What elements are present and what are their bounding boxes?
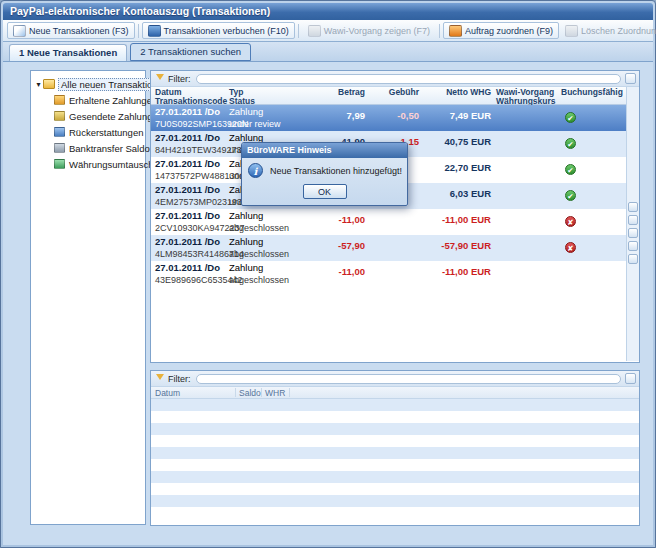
- tab-strip: 1 Neue Transaktionen 2 Transaktionen suc…: [3, 42, 653, 61]
- transaction-row[interactable]: 27.01.2011 /Do43E989696C6535442 Zahlunga…: [151, 261, 626, 287]
- filter-icon: [156, 74, 164, 84]
- transaction-code: 14737572PW488130C: [155, 170, 229, 182]
- transaction-code: 2CV10930KA9472237: [155, 222, 229, 234]
- tree-item-rueckerstattungen[interactable]: Rückerstattungen: [31, 124, 145, 140]
- tree-item-waehrungsumtausch[interactable]: Währungsumtausch: [31, 156, 145, 172]
- show-wawi-process-icon: [308, 25, 321, 37]
- new-transactions-button[interactable]: Neue Transaktionen (F3): [7, 22, 135, 39]
- bookable-status-icon: ✔: [565, 164, 576, 175]
- transaction-code: 7U0S092SMP163920N: [155, 118, 229, 130]
- empty-row: [151, 507, 639, 519]
- col-buchungsfaehig: Buchungsfähig: [561, 88, 623, 97]
- title-bar[interactable]: PayPal-elektronischer Kontoauszug (Trans…: [3, 3, 653, 20]
- transaction-code: 43E989696C6535442: [155, 274, 229, 286]
- sent-payments-icon: [54, 111, 65, 121]
- transaction-status: abgeschlossen: [229, 274, 299, 286]
- toolbar: Neue Transaktionen (F3) Transaktionen ve…: [3, 20, 653, 42]
- assign-order-button[interactable]: Auftrag zuordnen (F9): [443, 22, 559, 39]
- transaction-code: 4LM98453R41486714: [155, 248, 229, 260]
- transaction-status: under review: [229, 118, 299, 130]
- table-side-rail: [626, 87, 639, 361]
- transactions-panel: Filter: Datum Transaktionscode Typ Statu…: [150, 70, 640, 363]
- expand-arrow-icon[interactable]: ▾: [34, 80, 43, 89]
- toolbar-separator: [298, 24, 299, 38]
- transactions-header: Datum Transaktionscode Typ Status Betrag…: [151, 87, 626, 105]
- saldo-header: Datum Saldo WHR: [151, 387, 639, 399]
- dialog-title-bar[interactable]: BüroWARE Hinweis: [242, 143, 407, 158]
- transactions-filter-input[interactable]: [196, 74, 622, 84]
- content-area: ▾ Alle neuen Transaktionen Erhaltene Zah…: [3, 61, 653, 545]
- new-transactions-icon: [13, 25, 26, 37]
- export-icon[interactable]: [628, 254, 638, 264]
- transaction-row[interactable]: 27.01.2011 /Do7U0S092SMP163920N Zahlungu…: [151, 105, 626, 131]
- filter-options-icon[interactable]: [625, 373, 636, 384]
- received-payments-icon: [54, 95, 65, 105]
- transaction-row[interactable]: 27.01.2011 /Do2CV10930KA9472237 Zahlunga…: [151, 209, 626, 235]
- dialog-title: BüroWARE Hinweis: [247, 145, 332, 155]
- filter-icon: [156, 374, 164, 384]
- transaction-row[interactable]: 27.01.2011 /Do4LM98453R41486714 Zahlunga…: [151, 235, 626, 261]
- col-saldo: Saldo: [239, 388, 261, 398]
- col-betrag: Betrag: [299, 88, 365, 97]
- tree-item-erhaltene-zahlungen[interactable]: Erhaltene Zahlungen: [31, 92, 145, 108]
- bookable-status-icon: ✔: [565, 112, 576, 123]
- toolbar-separator: [138, 24, 139, 38]
- empty-row: [151, 411, 639, 423]
- book-transactions-icon: [148, 25, 161, 37]
- empty-row: [151, 483, 639, 495]
- ok-button[interactable]: OK: [303, 184, 347, 199]
- transactions-filter-bar: Filter:: [151, 71, 639, 87]
- toolbar-separator: [439, 24, 440, 38]
- bank-transfer-icon: [54, 143, 65, 153]
- zoom-icon[interactable]: [628, 215, 638, 225]
- transaction-code: 84H4219TEW349273P: [155, 144, 229, 156]
- delete-order-assignment-icon: [565, 25, 578, 37]
- empty-row: [151, 447, 639, 459]
- delete-order-assignment-button: Löschen Zuordnung Auftrag (F4): [559, 22, 656, 39]
- dialog-message: Neue Transaktionen hinzugefügt!: [270, 166, 402, 176]
- window-title: PayPal-elektronischer Kontoauszug (Trans…: [10, 5, 270, 17]
- saldo-body: [151, 399, 639, 524]
- tree-item-banktransfer-saldo[interactable]: Banktransfer Saldo: [31, 140, 145, 156]
- empty-row: [151, 423, 639, 435]
- tab-transaktionen-suchen[interactable]: 2 Transaktionen suchen: [130, 43, 251, 61]
- col-netto-whg: Netto WHG: [419, 88, 491, 97]
- info-icon: i: [248, 163, 263, 178]
- category-tree: ▾ Alle neuen Transaktionen Erhaltene Zah…: [30, 70, 146, 525]
- bookable-status-icon: ✘: [565, 242, 576, 253]
- empty-row: [151, 495, 639, 507]
- refunds-icon: [54, 127, 65, 137]
- tab-neue-transaktionen[interactable]: 1 Neue Transaktionen: [9, 44, 127, 61]
- saldo-panel: Filter: Datum Saldo WHR: [150, 370, 640, 526]
- folder-icon: [43, 79, 55, 89]
- tree-item-alle-neuen-transaktionen[interactable]: ▾ Alle neuen Transaktionen: [31, 76, 145, 92]
- empty-row: [151, 471, 639, 483]
- col-gebuehr: Gebühr: [365, 88, 419, 97]
- filter-options-icon[interactable]: [625, 73, 636, 84]
- hinweis-dialog: BüroWARE Hinweis i Neue Transaktionen hi…: [241, 142, 408, 206]
- empty-row: [151, 459, 639, 471]
- book-transactions-button[interactable]: Transaktionen verbuchen (F10): [142, 22, 295, 39]
- bookable-status-icon: ✔: [565, 138, 576, 149]
- app-window: PayPal-elektronischer Kontoauszug (Trans…: [0, 0, 656, 548]
- saldo-filter-bar: Filter:: [151, 371, 639, 387]
- saldo-filter-input[interactable]: [196, 374, 622, 384]
- columns-icon[interactable]: [628, 241, 638, 251]
- col-whr: WHR: [265, 388, 285, 398]
- transaction-status: abgeschlossen: [229, 222, 299, 234]
- bookable-status-icon: ✔: [565, 190, 576, 201]
- tree-item-gesendete-zahlungen[interactable]: Gesendete Zahlungen: [31, 108, 145, 124]
- list-view-icon[interactable]: [628, 228, 638, 238]
- transaction-status: abgeschlossen: [229, 248, 299, 260]
- bookable-status-icon: ✘: [565, 216, 576, 227]
- search-icon[interactable]: [628, 202, 638, 212]
- empty-row: [151, 399, 639, 411]
- currency-exchange-icon: [54, 159, 65, 169]
- transaction-code: 4EM27573MP023193K: [155, 196, 229, 208]
- col-datum: Datum: [155, 388, 180, 398]
- show-wawi-process-button: Wawi-Vorgang zeigen (F7): [302, 22, 436, 39]
- assign-order-icon: [449, 25, 462, 37]
- empty-row: [151, 435, 639, 447]
